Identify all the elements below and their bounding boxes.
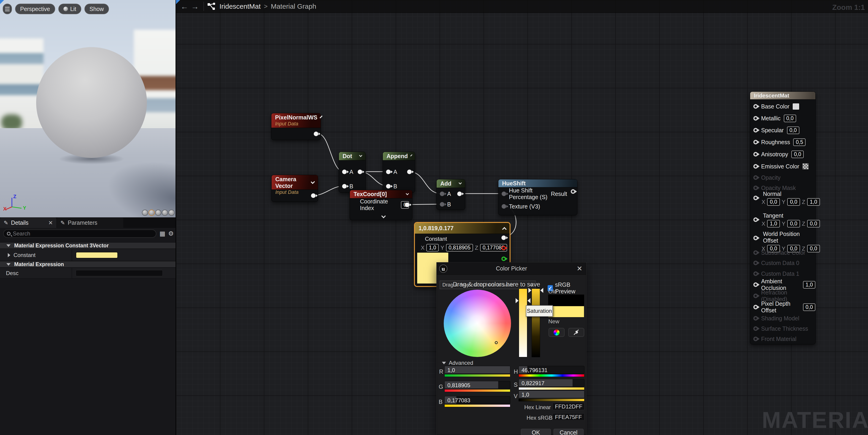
eyedropper-button[interactable]	[568, 328, 584, 337]
base-color-swatch[interactable]	[793, 103, 799, 110]
input-pin-b[interactable]	[440, 202, 444, 207]
input-pin-a[interactable]	[440, 191, 444, 196]
preview-viewport[interactable]: Perspective Lit Show Z X Y	[0, 0, 176, 218]
y-value[interactable]: 0,818905	[446, 244, 473, 251]
input-pin[interactable]	[753, 305, 758, 309]
input-pin[interactable]	[753, 271, 758, 276]
output-pin[interactable]	[405, 203, 409, 207]
preview-shape-cylinder-button[interactable]	[142, 210, 148, 216]
breadcrumb-graph-name[interactable]: Material Graph	[271, 2, 316, 10]
saturation-handle-right[interactable]	[527, 298, 530, 303]
input-pin[interactable]	[753, 282, 758, 287]
input-pin[interactable]	[753, 152, 758, 157]
hue-value-input[interactable]: 46,796131	[519, 366, 585, 374]
section-material-expression-constant3vector[interactable]: Material Expression Constant 3Vector	[0, 242, 176, 249]
input-pin-b[interactable]	[342, 184, 347, 189]
close-tab-icon[interactable]: ✕	[48, 220, 53, 226]
node-material-result[interactable]: IridescentMat Base ColorMetallic0,0Specu…	[750, 92, 815, 344]
display-filter-icon[interactable]: ▦	[159, 230, 165, 237]
emissive-checker-swatch[interactable]	[803, 163, 808, 169]
preview-shape-cube-button[interactable]	[162, 210, 168, 216]
viewport-menu-button[interactable]	[3, 4, 12, 14]
value-handle-right[interactable]	[540, 288, 543, 293]
search-input[interactable]: Search	[3, 229, 156, 238]
constant-color-picker-swatch[interactable]	[76, 252, 118, 258]
color-wheel-selector[interactable]	[495, 341, 498, 344]
input-pin[interactable]	[753, 140, 758, 145]
saturation-handle-left[interactable]	[516, 298, 519, 303]
forward-arrow-icon[interactable]: →	[190, 0, 200, 12]
saturation-bar[interactable]	[519, 288, 527, 357]
desc-text-input[interactable]	[76, 270, 163, 276]
pin-default-value[interactable]: 0,0	[784, 115, 796, 122]
output-pin[interactable]	[314, 131, 318, 136]
expand-row-icon[interactable]	[8, 253, 10, 257]
input-pin[interactable]	[753, 104, 758, 109]
green-gradient-strip[interactable]	[444, 389, 510, 392]
back-arrow-icon[interactable]: ←	[179, 0, 190, 12]
pin-default-value[interactable]: 0,0	[791, 151, 804, 158]
color-themes-button[interactable]	[549, 328, 564, 337]
pin-default-value[interactable]: 1,0	[803, 281, 815, 288]
output-pin[interactable]	[457, 191, 462, 196]
input-pin-a[interactable]	[386, 169, 391, 174]
pin-default-value[interactable]: 0,5	[793, 138, 806, 146]
node-pixelnormalws[interactable]: PixelNormalWS Input Data	[271, 113, 321, 140]
x-value[interactable]: 1,0	[426, 244, 439, 251]
z-value[interactable]: 1,0	[807, 198, 820, 206]
expand-chevron-icon[interactable]	[381, 214, 386, 218]
blue-gradient-strip[interactable]	[444, 404, 510, 407]
input-pin[interactable]	[753, 337, 758, 341]
input-pin-hue-shift-percentage[interactable]	[502, 191, 506, 196]
preview-shape-custom-mesh-button[interactable]	[168, 210, 175, 216]
chevron-down-icon[interactable]	[410, 154, 412, 156]
breadcrumb-asset-name[interactable]: IridescentMat	[219, 2, 261, 10]
hue-gradient-strip[interactable]	[519, 374, 585, 377]
input-pin[interactable]	[753, 316, 758, 320]
node-camera-vector[interactable]: Camera Vector Input Data	[271, 175, 318, 202]
input-pin[interactable]	[753, 217, 758, 222]
output-pin-g[interactable]	[501, 256, 506, 261]
output-pin-rgb[interactable]	[501, 236, 506, 240]
green-value-input[interactable]: 0,818905	[444, 381, 510, 389]
input-pin[interactable]	[753, 326, 758, 331]
input-pin[interactable]	[753, 293, 758, 298]
node-hueshift[interactable]: HueShift Hue Shift Percentage (S) Result…	[498, 179, 577, 215]
output-pin[interactable]	[407, 169, 412, 174]
node-append[interactable]: Append A B	[383, 152, 415, 193]
y-value[interactable]: 0,0	[787, 198, 800, 206]
input-pin-a[interactable]	[342, 169, 347, 174]
cancel-button[interactable]: Cancel	[554, 429, 584, 435]
input-pin[interactable]	[753, 175, 758, 180]
input-pin[interactable]	[753, 196, 758, 200]
close-icon[interactable]: ✕	[577, 265, 582, 273]
input-pin[interactable]	[753, 250, 758, 255]
red-value-input[interactable]: 1,0	[444, 366, 510, 374]
chevron-down-icon[interactable]	[459, 181, 462, 184]
settings-gear-icon[interactable]: ⚙	[168, 230, 174, 237]
preview-shape-plane-button[interactable]	[155, 210, 161, 216]
tab-parameters[interactable]: ✎ Parameters	[57, 218, 123, 228]
value-value-input[interactable]: 1,0	[519, 391, 585, 398]
node-dot[interactable]: Dot A B	[339, 152, 366, 193]
output-pin[interactable]	[358, 169, 362, 174]
chevron-down-icon[interactable]	[319, 115, 322, 118]
input-pin[interactable]	[753, 261, 758, 265]
collapse-chevron-icon[interactable]	[502, 227, 507, 231]
ok-button[interactable]: OK	[521, 429, 551, 435]
input-pin-texture[interactable]	[502, 204, 506, 209]
chevron-down-icon[interactable]	[359, 154, 362, 157]
section-material-expression[interactable]: Material Expression	[0, 261, 176, 268]
x-value[interactable]: 1,0	[767, 220, 780, 227]
color-wheel[interactable]	[444, 290, 511, 357]
input-pin[interactable]	[753, 236, 758, 240]
pin-default-value[interactable]: 0,0	[787, 127, 799, 134]
dialog-titlebar[interactable]: u Color Picker ✕	[437, 263, 586, 275]
node-texcoord[interactable]: TexCoord[0] Coordinate Index 0	[350, 190, 412, 220]
hex-srgb-input[interactable]: FFEA75FF	[552, 413, 585, 421]
advanced-expander[interactable]: Advanced	[442, 360, 473, 366]
perspective-button[interactable]: Perspective	[15, 4, 55, 14]
output-pin[interactable]	[311, 193, 316, 198]
input-pin[interactable]	[753, 116, 758, 121]
value-handle-left[interactable]	[528, 288, 531, 293]
